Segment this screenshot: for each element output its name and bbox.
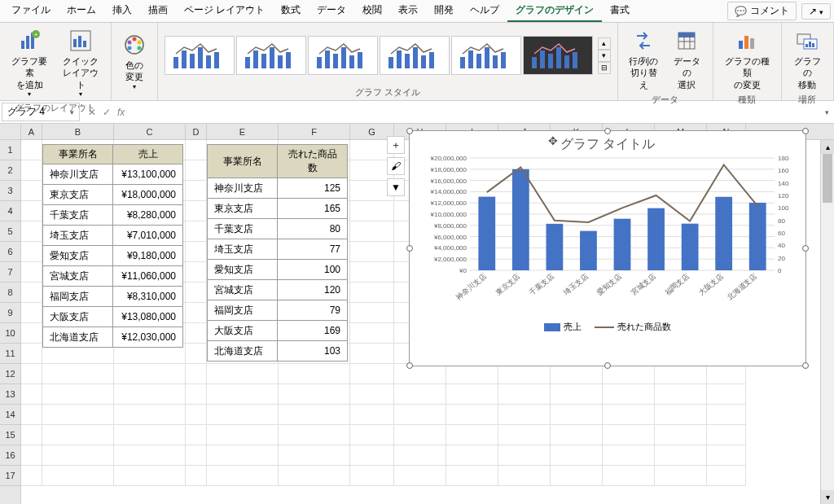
switch-rowcol-label: 行/列の 切り替え (628, 55, 660, 90)
data-group-label: データ (652, 92, 678, 106)
menu-校閲[interactable]: 校閲 (354, 0, 390, 22)
chart-filters-button[interactable]: ▼ (387, 178, 405, 196)
col-header-B[interactable]: B (42, 124, 114, 139)
chart-plot-area: ¥20,000,000¥18,000,000¥16,000,000¥14,000… (418, 155, 799, 318)
move-chart-button[interactable]: グラフの 移動 (788, 26, 827, 92)
svg-text:¥6,000,000: ¥6,000,000 (433, 234, 467, 241)
row-header-5[interactable]: 5 (0, 221, 20, 242)
svg-rect-18 (198, 47, 203, 68)
table-row: 埼玉支店¥7,010,000 (43, 226, 183, 246)
row-header-16[interactable]: 16 (0, 445, 20, 466)
row-header-12[interactable]: 12 (0, 364, 20, 384)
vertical-scrollbar[interactable]: ▴ ▾ (820, 140, 834, 504)
svg-text:60: 60 (778, 230, 785, 237)
select-all-corner[interactable] (0, 124, 20, 140)
col-header-F[interactable]: F (279, 124, 350, 139)
table-row: 愛知支店100 (208, 260, 348, 280)
fx-icon[interactable]: fx (117, 107, 125, 118)
table-row: 宮城支店120 (208, 280, 348, 300)
brush-icon: 🖌 (391, 160, 401, 172)
quick-layout-button[interactable]: クイック レイアウト ▾ (58, 26, 104, 100)
chart-style-5[interactable] (451, 36, 521, 75)
col-header-E[interactable]: E (207, 124, 279, 139)
formula-input[interactable] (131, 111, 819, 114)
gallery-more-button[interactable]: ⊟ (598, 62, 611, 74)
chart-style-6[interactable] (523, 36, 593, 75)
menu-ファイル[interactable]: ファイル (3, 0, 59, 22)
row-header-9[interactable]: 9 (0, 303, 20, 323)
chart-style-3[interactable] (308, 36, 378, 75)
menu-挿入[interactable]: 挿入 (104, 0, 140, 22)
svg-text:大阪支店: 大阪支店 (697, 272, 725, 297)
chart-style-1[interactable] (165, 36, 235, 75)
row-header-7[interactable]: 7 (0, 262, 20, 283)
table-row: 埼玉支店77 (208, 239, 348, 260)
col-header-D[interactable]: D (186, 124, 207, 139)
row-header-11[interactable]: 11 (0, 344, 20, 364)
change-colors-button[interactable]: 色の 変更 ▾ (118, 30, 151, 93)
svg-text:宮城支店: 宮城支店 (630, 272, 657, 297)
row-header-15[interactable]: 15 (0, 425, 20, 445)
chart-object[interactable]: ＋ 🖌 ▼ ✥ グラフ タイトル ¥20,000,000¥18,000,000¥… (409, 130, 806, 366)
row-header-6[interactable]: 6 (0, 242, 20, 262)
gallery-down-button[interactable]: ▾ (598, 50, 611, 62)
scroll-thumb[interactable] (823, 154, 832, 203)
svg-rect-52 (678, 33, 695, 37)
row-header-13[interactable]: 13 (0, 384, 20, 405)
menu-開発[interactable]: 開発 (426, 0, 462, 22)
confirm-icon[interactable]: ✓ (103, 107, 111, 118)
scroll-up-button[interactable]: ▴ (821, 140, 834, 154)
menu-数式[interactable]: 数式 (273, 0, 309, 22)
svg-text:140: 140 (778, 180, 789, 187)
chart-styles-button[interactable]: 🖌 (387, 157, 405, 175)
formula-bar: グラフ 4 ▾ ✕ ✓ fx ▾ (0, 101, 834, 124)
menu-ホーム[interactable]: ホーム (59, 0, 104, 22)
col-header-C[interactable]: C (114, 124, 186, 139)
name-box-value: グラフ 4 (7, 105, 45, 119)
row-header-8[interactable]: 8 (0, 283, 20, 303)
menu-描画[interactable]: 描画 (140, 0, 176, 22)
row-header-3[interactable]: 3 (0, 181, 20, 201)
select-data-button[interactable]: データの 選択 (668, 26, 706, 92)
row-header-2[interactable]: 2 (0, 160, 20, 181)
share-button[interactable]: ↗ ▾ (801, 3, 831, 20)
comments-button[interactable]: 💬 コメント (727, 2, 797, 20)
svg-text:北海道支店: 北海道支店 (726, 272, 759, 302)
svg-rect-104 (749, 203, 766, 270)
svg-rect-42 (485, 47, 489, 68)
switch-row-column-button[interactable]: 行/列の 切り替え (625, 26, 663, 92)
chart-title[interactable]: ✥ グラフ タイトル (410, 131, 805, 155)
add-chart-element-button[interactable]: + グラフ要素 を追加 ▾ (7, 26, 53, 100)
row-header-17[interactable]: 17 (0, 466, 20, 486)
table-row: 福岡支店79 (208, 300, 348, 321)
svg-rect-1 (26, 36, 29, 49)
row-header-4[interactable]: 4 (0, 201, 20, 221)
row-header-14[interactable]: 14 (0, 405, 20, 425)
chart-style-4[interactable] (380, 36, 450, 75)
svg-text:¥8,000,000: ¥8,000,000 (433, 222, 467, 230)
menu-グラフのデザイン[interactable]: グラフのデザイン (507, 0, 602, 22)
menu-表示[interactable]: 表示 (390, 0, 426, 22)
cancel-icon[interactable]: ✕ (88, 107, 96, 118)
change-colors-label: 色の 変更 (125, 59, 143, 83)
svg-rect-37 (421, 55, 426, 68)
change-chart-type-button[interactable]: グラフの種類 の変更 (720, 26, 775, 92)
col-header-A[interactable]: A (21, 124, 42, 139)
chart-style-2[interactable] (236, 36, 306, 75)
gallery-up-button[interactable]: ▴ (598, 37, 611, 50)
row-header-1[interactable]: 1 (0, 140, 20, 160)
table-row: 千葉支店¥8,280,000 (43, 205, 183, 226)
type-group-label: 種類 (738, 92, 756, 106)
name-box[interactable]: グラフ 4 ▾ (2, 103, 80, 121)
menu-データ[interactable]: データ (309, 0, 354, 22)
menu-ページ レイアウト[interactable]: ページ レイアウト (176, 0, 273, 22)
table-row: 宮城支店¥11,060,000 (43, 266, 183, 287)
menu-ヘルプ[interactable]: ヘルプ (462, 0, 507, 22)
chart-elements-button[interactable]: ＋ (387, 136, 405, 154)
svg-text:埼玉支店: 埼玉支店 (561, 272, 590, 297)
formula-expand-button[interactable]: ▾ (819, 108, 834, 116)
row-header-10[interactable]: 10 (0, 323, 20, 344)
scroll-down-button[interactable]: ▾ (821, 490, 834, 504)
svg-rect-24 (270, 47, 274, 68)
menu-書式[interactable]: 書式 (602, 0, 638, 22)
